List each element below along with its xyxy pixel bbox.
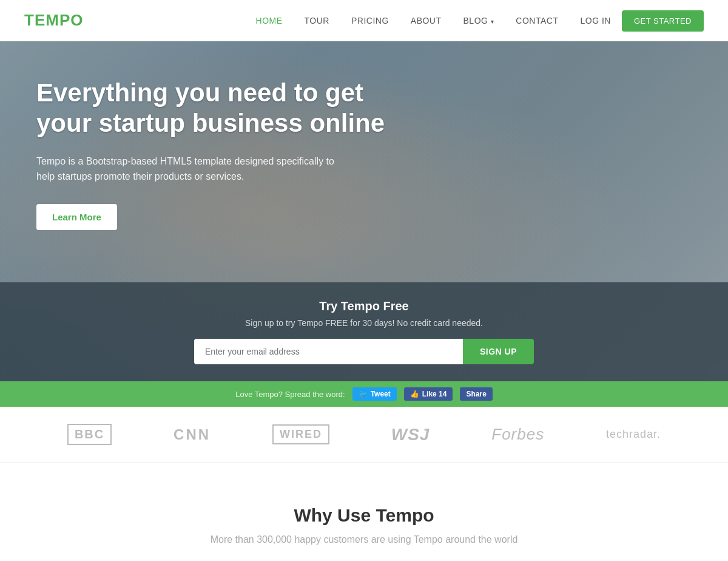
signup-form: SIGN UP [194, 339, 534, 364]
nav-link-about[interactable]: ABOUT [400, 16, 453, 25]
email-input[interactable] [194, 339, 463, 364]
nav-link-contact[interactable]: CONTACT [505, 16, 569, 25]
dropdown-caret: ▾ [491, 18, 494, 25]
why-title: Why Use Tempo [36, 505, 692, 526]
nav-menu: HOME TOUR PRICING ABOUT BLOG ▾ CONTACT L… [245, 15, 704, 26]
hero-title: Everything you need to get your startup … [36, 78, 388, 139]
hero-content: Everything you need to get your startup … [0, 41, 425, 230]
twitter-icon: 🐦 [359, 390, 368, 398]
navbar: TEMPO HOME TOUR PRICING ABOUT BLOG ▾ CON… [0, 0, 728, 41]
share-button[interactable]: Share [460, 387, 492, 401]
press-logo-wsj: WSJ [391, 425, 430, 444]
signup-strip: Try Tempo Free Sign up to try Tempo FREE… [0, 282, 728, 381]
like-button[interactable]: 👍 Like 14 [404, 387, 453, 401]
press-logo-bbc: BBC [67, 424, 112, 445]
nav-item-pricing[interactable]: PRICING [340, 15, 400, 26]
nav-link-tour[interactable]: TOUR [294, 16, 340, 25]
press-logo-techradar: techradar. [606, 428, 661, 441]
nav-item-get-started[interactable]: GET STARTED [622, 15, 704, 26]
tweet-button[interactable]: 🐦 Tweet [352, 387, 397, 401]
social-strip: Love Tempo? Spread the word: 🐦 Tweet 👍 L… [0, 381, 728, 407]
nav-link-blog[interactable]: BLOG ▾ [453, 16, 505, 25]
signup-subtitle: Sign up to try Tempo FREE for 30 days! N… [24, 318, 704, 328]
signup-button[interactable]: SIGN UP [463, 339, 534, 364]
nav-link-get-started[interactable]: GET STARTED [622, 10, 704, 32]
logo[interactable]: TEMPO [24, 11, 83, 30]
why-section: Why Use Tempo More than 300,000 happy cu… [0, 463, 728, 561]
hero-section: Everything you need to get your startup … [0, 41, 728, 381]
hero-subtitle: Tempo is a Bootstrap-based HTML5 templat… [36, 154, 340, 185]
why-subtitle: More than 300,000 happy customers are us… [36, 534, 692, 545]
press-logo-cnn: CNN [174, 426, 211, 443]
nav-item-contact[interactable]: CONTACT [505, 15, 569, 26]
press-bar: BBC CNN WIRED WSJ Forbes techradar. [0, 407, 728, 463]
nav-item-about[interactable]: ABOUT [400, 15, 453, 26]
learn-more-button[interactable]: Learn More [36, 204, 117, 230]
nav-item-login[interactable]: LOG IN [569, 15, 621, 26]
nav-item-tour[interactable]: TOUR [294, 15, 340, 26]
nav-link-login[interactable]: LOG IN [569, 16, 621, 25]
thumbs-up-icon: 👍 [410, 390, 419, 398]
social-strip-text: Love Tempo? Spread the word: [235, 390, 345, 399]
nav-item-blog[interactable]: BLOG ▾ [453, 15, 505, 26]
press-logo-forbes: Forbes [491, 425, 544, 444]
nav-link-home[interactable]: HOME [245, 16, 294, 25]
press-logo-wired: WIRED [272, 424, 329, 444]
nav-link-pricing[interactable]: PRICING [340, 16, 400, 25]
nav-item-home[interactable]: HOME [245, 15, 294, 26]
signup-title: Try Tempo Free [24, 299, 704, 313]
